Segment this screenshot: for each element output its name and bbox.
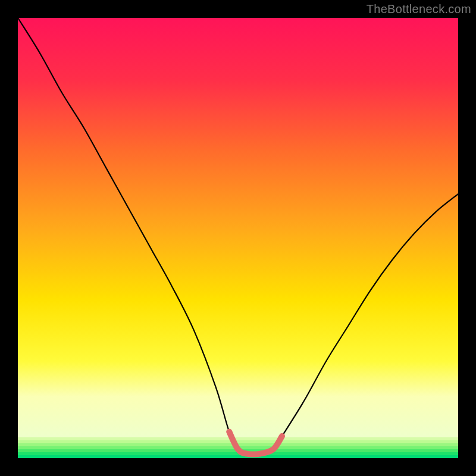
highlight-segment: [229, 432, 282, 455]
chart-frame: TheBottleneck.com: [0, 0, 476, 476]
bottleneck-curve: [18, 18, 458, 455]
attribution-label: TheBottleneck.com: [367, 2, 471, 16]
plot-area: [18, 18, 458, 458]
curve-layer: [18, 18, 458, 458]
